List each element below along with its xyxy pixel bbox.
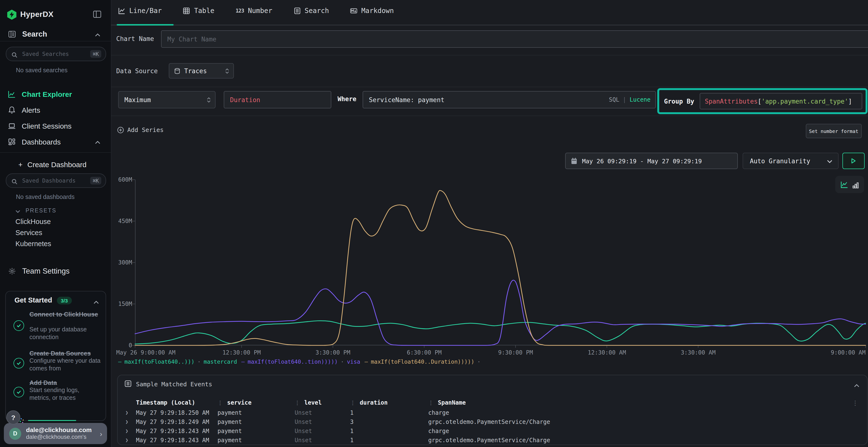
date-range-picker[interactable]: May 26 09:29:19 - May 27 09:29:19 bbox=[565, 153, 738, 169]
saved-dashboards-search[interactable]: ⌘K bbox=[6, 173, 106, 188]
play-icon bbox=[851, 158, 856, 164]
row-expand-icon[interactable]: ❯ bbox=[118, 419, 136, 424]
laptop-icon bbox=[8, 122, 16, 130]
group-by-input[interactable]: SpanAttributes['app.payment.card_type'] bbox=[700, 93, 862, 109]
get-started-item-title: Create Data Sources bbox=[29, 350, 100, 357]
tab-label: Number bbox=[248, 7, 272, 14]
column-grip-icon[interactable]: ⋮ bbox=[294, 400, 300, 406]
chart-controls-row: May 26 09:29:19 - May 27 09:29:19 Auto G… bbox=[111, 153, 868, 169]
sidebar-item-chart-explorer[interactable]: Chart Explorer bbox=[0, 89, 111, 99]
sidebar-item-alerts[interactable]: Alerts bbox=[0, 105, 111, 115]
no-saved-searches-text: No saved searches bbox=[16, 67, 67, 74]
where-value: ServiceName: payment bbox=[369, 96, 444, 103]
column-grip-icon[interactable]: ⋮ bbox=[350, 400, 355, 406]
chevron-right-icon: › bbox=[100, 429, 102, 438]
x-axis-tick-label: 3:30:00 AM bbox=[681, 349, 716, 356]
chart-explorer-icon bbox=[8, 90, 16, 98]
get-started-title: Get Started bbox=[14, 296, 52, 304]
legend-item-visa[interactable]: — maxIf(toFloat640..tion))))) · visa bbox=[241, 358, 360, 365]
cell-timestamp: May 27 9:29:18.243 AM bbox=[136, 437, 217, 443]
column-grip-icon[interactable]: ⋮ bbox=[428, 400, 434, 406]
bell-icon bbox=[8, 106, 16, 114]
tab-markdown[interactable]: Markdown bbox=[350, 7, 394, 14]
chevron-up-icon[interactable] bbox=[854, 381, 859, 389]
tab-search[interactable]: Search bbox=[293, 7, 329, 14]
column-header-timestamp[interactable]: Timestamp (Local) bbox=[136, 399, 217, 406]
legend-item-unset-group[interactable]: — maxIf(toFloat640..Duration))))) · bbox=[365, 358, 484, 365]
row-expand-icon[interactable]: ❯ bbox=[118, 437, 136, 443]
select-chevrons-icon bbox=[207, 97, 211, 102]
sidebar-collapse-icon[interactable] bbox=[93, 10, 101, 18]
data-source-value: Traces bbox=[184, 67, 207, 74]
chart-name-input[interactable] bbox=[161, 30, 868, 48]
sidebar-section-search[interactable]: Search bbox=[0, 29, 111, 39]
column-header-service[interactable]: ⋮service bbox=[217, 399, 294, 406]
chevron-up-icon[interactable] bbox=[95, 137, 100, 146]
granularity-select[interactable]: Auto Granularity bbox=[743, 153, 839, 169]
saved-searches-input[interactable] bbox=[21, 50, 80, 58]
preset-clickhouse[interactable]: ClickHouse bbox=[16, 218, 51, 226]
run-query-button[interactable] bbox=[842, 153, 865, 169]
table-row[interactable]: ❯ May 27 9:29:18.250 AM payment Unset 1 … bbox=[118, 408, 856, 417]
row-expand-icon[interactable]: ❯ bbox=[118, 428, 136, 434]
add-series-button[interactable]: Add Series bbox=[117, 126, 164, 133]
row-expand-icon[interactable]: ❯ bbox=[118, 410, 136, 415]
create-dashboard-button[interactable]: + Create Dashboard bbox=[18, 161, 87, 169]
cell-duration: 1 bbox=[350, 437, 428, 443]
get-started-item[interactable]: Add Data Start sending logs, metrics, or… bbox=[6, 381, 105, 410]
date-range-value: May 26 09:29:19 - May 27 09:29:19 bbox=[582, 157, 702, 165]
get-started-progress-badge: 3/3 bbox=[57, 297, 72, 304]
events-table-header: Timestamp (Local) ⋮service ⋮level ⋮durat… bbox=[118, 398, 856, 408]
timeseries-chart[interactable]: 0150M300M450M600M May 26 9:00:00 AM12:30… bbox=[111, 180, 868, 363]
sidebar-item-client-sessions[interactable]: Client Sessions bbox=[0, 121, 111, 131]
presets-toggle[interactable]: PRESETS bbox=[16, 206, 56, 215]
tab-line-bar[interactable]: Line/Bar bbox=[118, 7, 162, 14]
field-input[interactable]: Duration bbox=[224, 91, 331, 108]
x-axis-tick-label: May 26 9:00:00 AM bbox=[116, 349, 176, 356]
table-row[interactable]: ❯ May 27 9:29:18.249 AM payment Unset 3 … bbox=[118, 417, 856, 426]
aggregation-select[interactable]: Maximum bbox=[118, 91, 216, 108]
table-row[interactable]: ❯ May 27 9:29:18.243 AM payment Unset 1 … bbox=[118, 426, 856, 436]
get-started-item-title: Connect to ClickHouse bbox=[29, 311, 100, 318]
get-started-item[interactable]: Create Data Sources Configure where your… bbox=[6, 352, 105, 381]
cell-timestamp: May 27 9:29:18.249 AM bbox=[136, 418, 217, 425]
set-number-format-button[interactable]: Set number format bbox=[806, 124, 862, 138]
tab-label: Line/Bar bbox=[129, 7, 162, 14]
data-source-select[interactable]: Traces bbox=[169, 63, 234, 78]
saved-dashboards-input[interactable] bbox=[21, 177, 80, 184]
preset-services[interactable]: Services bbox=[16, 229, 42, 237]
team-settings-label: Team Settings bbox=[22, 267, 69, 276]
sidebar-item-dashboards[interactable]: Dashboards bbox=[0, 136, 111, 147]
column-header-level[interactable]: ⋮level bbox=[294, 399, 350, 406]
column-header-duration[interactable]: ⋮duration bbox=[350, 399, 428, 406]
help-button[interactable]: ? bbox=[6, 410, 20, 424]
saved-searches-search[interactable]: ⌘K bbox=[6, 47, 106, 61]
select-chevrons-icon bbox=[225, 68, 229, 73]
where-input[interactable]: ServiceName: payment SQL | Lucene bbox=[363, 91, 656, 108]
sql-toggle[interactable]: SQL bbox=[609, 96, 619, 103]
column-grip-icon[interactable]: ⋮ bbox=[217, 400, 223, 406]
sidebar-item-team-settings[interactable]: Team Settings bbox=[0, 266, 111, 276]
legend-item-mastercard[interactable]: — maxIf(toFloat640..))) · mastercard bbox=[118, 358, 237, 365]
legend-group: mastercard bbox=[204, 358, 237, 365]
lucene-toggle[interactable]: Lucene bbox=[629, 96, 651, 103]
events-header[interactable]: Sample Matched Events bbox=[118, 375, 867, 392]
series-row: Maximum Duration Where ServiceName: paym… bbox=[111, 91, 868, 108]
tab-number[interactable]: 123 Number bbox=[236, 7, 272, 14]
tab-table[interactable]: Table bbox=[183, 7, 214, 14]
tab-label: Markdown bbox=[361, 7, 394, 14]
legend-separator: · bbox=[341, 358, 344, 365]
user-menu[interactable]: D dale@clickhouse.com dale@clickhouse.co… bbox=[4, 423, 107, 444]
check-circle-icon bbox=[13, 387, 24, 398]
user-info: dale@clickhouse.com dale@clickhouse.com'… bbox=[26, 427, 92, 440]
chevron-up-icon[interactable] bbox=[94, 297, 99, 306]
chevron-down-icon bbox=[16, 206, 20, 215]
chevron-up-icon[interactable] bbox=[95, 30, 100, 38]
preset-kubernetes[interactable]: Kubernetes bbox=[16, 240, 51, 248]
table-row[interactable]: ❯ May 27 9:29:18.243 AM payment Unset 1 … bbox=[118, 436, 856, 445]
dashboards-icon bbox=[8, 138, 16, 146]
get-started-item[interactable]: Connect to ClickHouse Set up your databa… bbox=[6, 309, 105, 351]
column-header-spanname[interactable]: ⋮SpanName bbox=[428, 399, 856, 406]
search-list-icon bbox=[293, 7, 301, 14]
avatar: D bbox=[9, 427, 21, 440]
